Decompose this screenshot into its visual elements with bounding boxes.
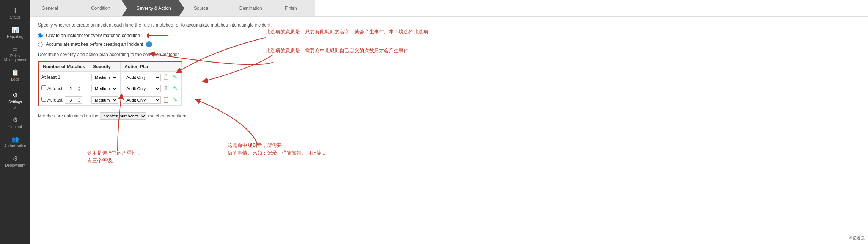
row1-actions: 📋 ✎ (162, 73, 179, 81)
sidebar-item-authorization[interactable]: 👥 Authorization (0, 133, 30, 152)
content-area: Specify whether to create an incident ea… (30, 17, 868, 244)
row2-number-field[interactable] (65, 86, 76, 91)
wizard-step-finish[interactable]: Finish (270, 0, 315, 16)
row3-action-select[interactable]: Audit Only Block Prompt Notify (123, 96, 161, 104)
calc-row: Matches are calculated as the greatest n… (38, 112, 860, 120)
general-icon: ⚙ (13, 117, 18, 123)
wizard-step-source[interactable]: Source (179, 0, 224, 16)
settings-icon: ⚙ (13, 92, 18, 99)
copy-icon-row1[interactable]: 📋 (162, 73, 170, 81)
table-row: At least: ▲ ▼ (39, 83, 182, 94)
row3-decrement[interactable]: ▼ (76, 100, 82, 103)
sidebar-divider (6, 87, 24, 87)
edit-icon-row3[interactable]: ✎ (171, 96, 179, 103)
sidebar-item-deployment[interactable]: ⚙ Deployment (0, 152, 30, 171)
sidebar-item-logs[interactable]: 📋 Logs (0, 66, 30, 85)
table-wrapper: Number of Matches Severity Action Plan A… (38, 61, 182, 112)
wizard-step-destination[interactable]: Destination (224, 0, 270, 16)
logs-icon: 📋 (11, 70, 19, 76)
annotation-severity: 这里是选择它的严重性， 有三个等级。 (87, 149, 142, 164)
row2-decrement[interactable]: ▼ (76, 89, 82, 92)
radio-every-match[interactable] (38, 33, 43, 38)
row3-checkbox[interactable] (41, 97, 46, 102)
sidebar-item-general[interactable]: ⚙ General (0, 113, 30, 133)
section-label: Determine severity and action plan accor… (38, 52, 860, 57)
row3-severity-select[interactable]: Medium Low High (91, 96, 118, 104)
row3-label: At least: ▲ ▼ (39, 94, 89, 106)
wizard-steps: General Condition Severity & Action Sour… (30, 0, 868, 17)
row1-severity: Medium Low High (89, 72, 121, 83)
row3-severity: Medium Low High (89, 94, 121, 106)
col-header-action: Action Plan (121, 62, 181, 72)
copy-icon-row2[interactable]: 📋 (162, 84, 170, 92)
copy-icon-row3[interactable]: 📋 (162, 96, 170, 103)
row1-severity-select[interactable]: Medium Low High (91, 74, 118, 81)
sidebar-item-status[interactable]: ⬆ Status (0, 4, 30, 23)
row3-increment[interactable]: ▲ (76, 97, 82, 100)
main-content: General Condition Severity & Action Sour… (30, 0, 868, 244)
incident-options: Create an incident for every matched con… (38, 32, 860, 47)
watermark: ©亿速云 (849, 235, 865, 241)
row2-increment[interactable]: ▲ (76, 85, 82, 89)
col-header-matches: Number of Matches (39, 62, 89, 72)
annotation-action: 这是命中规则后，所需要 做的事情。比如：记录、弹窗警告、阻止等.... (228, 142, 327, 156)
annotation-arrows-svg2 (30, 17, 868, 244)
row3-spinners: ▲ ▼ (76, 97, 82, 103)
row3-number-field[interactable] (65, 98, 76, 102)
status-icon: ⬆ (13, 8, 18, 14)
annotation-text-2: 此选项的意思是：需要命中此规则自己定义的次数后才会产生事件 (266, 47, 409, 55)
row2-action: Audit Only Block Prompt Notify 📋 ✎ (121, 83, 181, 94)
annotation-arrows-svg (30, 17, 868, 244)
wizard-step-severity[interactable]: Severity & Action (121, 0, 179, 16)
row2-severity: Medium Low High (89, 83, 121, 94)
matches-table: Number of Matches Severity Action Plan A… (38, 61, 182, 106)
row2-label: At least: ▲ ▼ (39, 83, 89, 94)
radio-option-accumulate: Accumulate matches before creating an in… (38, 41, 860, 47)
row3-action: Audit Only Block Prompt Notify 📋 ✎ (121, 94, 181, 106)
row1-action: Audit Only Block Prompt Notify 📋 ✎ (121, 72, 181, 83)
edit-icon-row1[interactable]: ✎ (171, 73, 179, 81)
authorization-icon: 👥 (11, 136, 19, 142)
col-header-severity: Severity (89, 62, 121, 72)
description-text: Specify whether to create an incident ea… (38, 22, 860, 28)
info-icon[interactable]: i (146, 41, 152, 47)
reporting-icon: 📊 (11, 27, 19, 33)
sidebar-item-settings[interactable]: ⚙ Settings ∧ (0, 89, 30, 113)
arrow-right-to-left (147, 32, 170, 39)
deployment-icon: ⚙ (13, 156, 18, 162)
row2-number-input: ▲ ▼ (65, 85, 82, 92)
edit-icon-row2[interactable]: ✎ (171, 84, 179, 92)
annotation-text-1: 此选项的意思是：只要有此规则的名字，就会产生事件。本环境选择此选项 (266, 28, 428, 36)
table-row: At least: ▲ ▼ (39, 94, 182, 106)
table-row: At least 1 Medium Low High Audit (39, 72, 182, 83)
calc-dropdown[interactable]: greatest number of least number of total… (100, 112, 146, 120)
row2-spinners: ▲ ▼ (76, 85, 82, 92)
row3-actions: 📋 ✎ (162, 96, 179, 103)
sidebar-item-policy[interactable]: ☰ Policy Management (0, 42, 30, 66)
row2-action-select[interactable]: Audit Only Block Prompt Notify (123, 85, 161, 92)
wizard-step-general[interactable]: General (30, 0, 76, 16)
row3-number-input: ▲ ▼ (65, 96, 82, 104)
row2-checkbox[interactable] (41, 85, 46, 90)
row1-label: At least 1 (39, 72, 89, 83)
sidebar-item-reporting[interactable]: 📊 Reporting (0, 23, 30, 42)
row1-action-select[interactable]: Audit Only Block Prompt Notify (123, 74, 161, 81)
row2-severity-select[interactable]: Medium Low High (91, 85, 118, 92)
policy-icon: ☰ (13, 46, 18, 52)
radio-option-every: Create an incident for every matched con… (38, 32, 860, 39)
row2-actions: 📋 ✎ (162, 84, 179, 92)
wizard-step-condition[interactable]: Condition (76, 0, 121, 16)
radio-accumulate[interactable] (38, 42, 43, 47)
sidebar: ⬆ Status 📊 Reporting ☰ Policy Management… (0, 0, 30, 244)
